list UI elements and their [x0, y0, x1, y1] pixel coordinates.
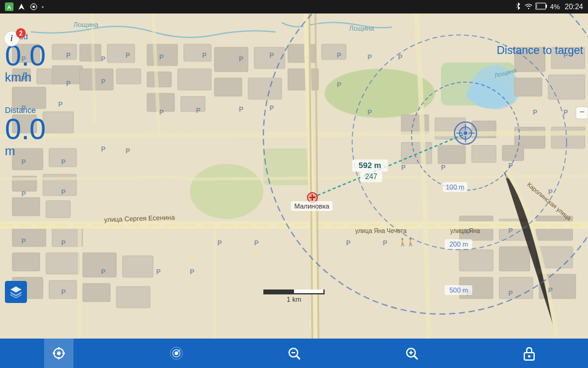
svg-text:P: P [401, 164, 405, 171]
svg-text:100 m: 100 m [446, 183, 465, 191]
battery-percent: 4% [550, 3, 560, 10]
svg-rect-76 [502, 145, 524, 161]
svg-text:P: P [508, 227, 513, 234]
lock-button[interactable] [514, 339, 544, 368]
svg-text:P: P [196, 107, 200, 114]
svg-rect-29 [178, 69, 211, 90]
svg-rect-24 [80, 69, 113, 90]
radar-button[interactable] [162, 339, 191, 368]
svg-text:P: P [270, 52, 274, 59]
svg-text:P: P [101, 145, 105, 153]
svg-rect-74 [438, 145, 466, 164]
svg-text:P: P [61, 188, 66, 196]
svg-text:P: P [337, 52, 341, 59]
distance-value: 0.0 [5, 115, 46, 144]
svg-rect-68 [499, 277, 533, 299]
svg-text:P: P [101, 268, 105, 275]
svg-text:P: P [202, 52, 206, 59]
svg-rect-7 [537, 4, 537, 9]
svg-rect-57 [83, 253, 116, 277]
layers-icon [9, 285, 23, 299]
svg-rect-42 [548, 75, 585, 99]
svg-point-133 [464, 131, 467, 135]
svg-text:P: P [21, 237, 26, 245]
bottom-toolbar [0, 339, 588, 368]
svg-text:🚶: 🚶 [406, 237, 415, 247]
svg-text:P: P [61, 239, 66, 247]
svg-rect-58 [123, 256, 153, 277]
svg-text:P: P [254, 239, 258, 247]
svg-rect-34 [214, 78, 242, 96]
svg-rect-75 [472, 145, 496, 163]
svg-text:−: − [579, 107, 584, 117]
svg-text:Лощина: Лощина [74, 21, 99, 28]
svg-text:P: P [66, 80, 70, 87]
info-icon: i [10, 34, 13, 44]
svg-text:P: P [217, 239, 222, 247]
svg-rect-31 [181, 96, 205, 112]
svg-text:P: P [548, 188, 552, 196]
svg-line-180 [414, 356, 417, 359]
svg-marker-2 [18, 4, 24, 10]
status-right: 4% 20:24 [514, 2, 583, 12]
svg-rect-60 [116, 286, 150, 308]
bluetooth-icon [514, 2, 522, 12]
svg-text:592 m: 592 m [359, 161, 382, 170]
svg-text:P: P [270, 104, 274, 112]
lock-icon [522, 346, 536, 361]
wifi-icon [524, 2, 533, 11]
svg-rect-38 [288, 69, 318, 90]
scale-bar: 1 km [263, 289, 325, 303]
layers-button[interactable] [5, 281, 27, 303]
svg-text:P: P [533, 109, 537, 116]
svg-rect-41 [514, 78, 542, 96]
distance-panel: Distance 0.0 m [5, 105, 46, 158]
svg-rect-44 [551, 127, 585, 148]
svg-text:200 m: 200 m [450, 240, 469, 248]
svg-text:P: P [126, 147, 130, 155]
scale-label: 1 km [287, 296, 301, 303]
svg-text:P: P [61, 158, 66, 166]
svg-rect-28 [147, 72, 172, 87]
svg-text:P: P [21, 158, 26, 166]
svg-text:P: P [21, 190, 26, 197]
svg-text:P: P [337, 81, 341, 88]
svg-point-182 [528, 355, 530, 358]
radar-icon [169, 346, 184, 361]
svg-line-176 [296, 356, 300, 359]
svg-text:Лощина: Лощина [349, 25, 375, 32]
svg-point-4 [32, 6, 35, 8]
svg-rect-73 [401, 142, 432, 164]
map-area[interactable]: P P P P P P P P P P P P P P P P P P P P … [0, 13, 588, 339]
svg-rect-21 [43, 112, 74, 133]
notification-badge: 2 [16, 28, 26, 38]
svg-text:улица Яна: улица Яна [450, 228, 480, 234]
svg-text:P: P [508, 289, 513, 297]
dot-separator: • [42, 4, 44, 10]
location-button[interactable] [44, 339, 74, 368]
svg-point-9 [190, 164, 263, 219]
notification-count: 2 [19, 30, 23, 37]
svg-rect-27 [184, 44, 211, 61]
svg-text:P: P [383, 239, 387, 247]
svg-rect-18 [52, 44, 77, 59]
svg-text:P: P [66, 52, 70, 59]
svg-text:P: P [159, 53, 164, 61]
nav-icon [17, 2, 26, 11]
location-icon [51, 346, 66, 361]
zoom-in-button[interactable] [397, 339, 426, 368]
svg-text:P: P [159, 109, 164, 116]
svg-rect-22 [80, 44, 101, 61]
svg-rect-37 [322, 44, 346, 59]
battery-icon [535, 2, 548, 11]
svg-rect-64 [459, 250, 493, 271]
svg-text:P: P [239, 105, 243, 113]
zoom-out-icon [287, 346, 301, 361]
zoom-out-button[interactable] [279, 339, 309, 368]
svg-text:P: P [101, 55, 105, 63]
svg-text:улица Яна Чечота: улица Яна Чечота [355, 228, 407, 234]
zoom-in-icon [404, 346, 419, 361]
app-icon: A [5, 2, 13, 11]
svg-text:P: P [156, 268, 160, 275]
svg-rect-50 [46, 201, 70, 218]
